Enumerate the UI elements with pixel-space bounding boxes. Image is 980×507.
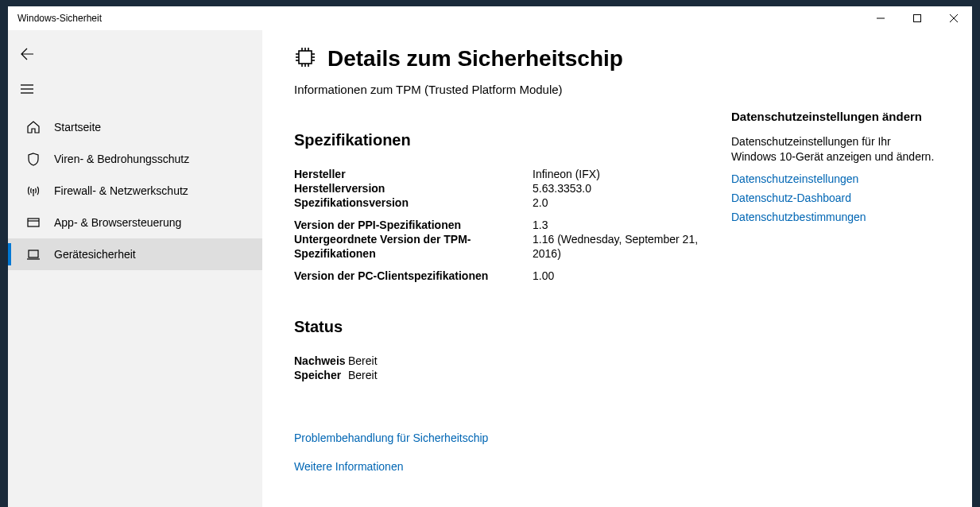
home-icon	[25, 119, 41, 135]
sidebar: Startseite Viren- & Bedrohungsschutz Fir…	[8, 30, 262, 507]
sidebar-item-label: Viren- & Bedrohungsschutz	[54, 153, 189, 165]
hamburger-icon	[21, 83, 33, 95]
nav-list: Startseite Viren- & Bedrohungsschutz Fir…	[8, 111, 262, 270]
antenna-icon	[25, 183, 41, 199]
sidebar-item-label: Gerätesicherheit	[54, 248, 136, 261]
shield-icon	[25, 151, 41, 167]
page-subtitle: Informationen zum TPM (Trusted Platform …	[294, 83, 715, 96]
spec-key: Version der PPI-Spezifikationen	[294, 218, 533, 232]
minimize-button[interactable]	[862, 6, 899, 30]
spec-key: Spezifikationsversion	[294, 195, 533, 210]
maximize-button[interactable]	[899, 6, 935, 30]
privacy-settings-link[interactable]: Datenschutzeinstellungen	[731, 172, 938, 185]
spec-val: 2.0	[533, 195, 548, 210]
sidebar-item-appcontrol[interactable]: App- & Browsersteuerung	[8, 207, 262, 238]
status-row: NachweisBereit	[294, 354, 715, 368]
spec-row: Herstellerversion5.63.3353.0	[294, 181, 715, 195]
spec-val: 5.63.3353.0	[533, 181, 591, 195]
sidebar-item-label: App- & Browsersteuerung	[54, 216, 181, 229]
svg-rect-8	[28, 219, 39, 226]
spec-row: Version der PC-Clientspezifikationen1.00	[294, 269, 715, 283]
svg-rect-12	[299, 51, 312, 64]
status-val: Bereit	[348, 354, 378, 368]
status-heading: Status	[294, 318, 715, 336]
specs-table: HerstellerInfineon (IFX) Herstellerversi…	[294, 167, 715, 283]
app-browser-icon	[25, 215, 41, 230]
privacy-policy-link[interactable]: Datenschutzbestimmungen	[731, 211, 938, 223]
close-icon	[950, 14, 958, 22]
hamburger-button[interactable]	[11, 75, 43, 103]
window-title: Windows-Sicherheit	[17, 13, 102, 24]
spec-key: Herstellerversion	[294, 181, 533, 195]
aside-desc: Datenschutzeinstellungen für Ihr Windows…	[731, 134, 938, 164]
aside-heading: Datenschutzeinstellungen ändern	[731, 110, 938, 123]
spec-val: 1.16 (Wednesday, September 21, 2016)	[533, 232, 715, 261]
status-val: Bereit	[348, 368, 378, 382]
privacy-dashboard-link[interactable]: Datenschutz-Dashboard	[731, 192, 938, 204]
aside-links: Datenschutzeinstellungen Datenschutz-Das…	[731, 172, 938, 223]
window-controls	[862, 6, 972, 30]
main-panel: Details zum Sicherheitschip Informatione…	[262, 30, 972, 507]
status-row: SpeicherBereit	[294, 368, 715, 382]
spec-val: 1.00	[533, 269, 554, 283]
spec-key: Untergeordnete Version der TPM-Spezifika…	[294, 232, 533, 261]
spec-val: 1.3	[533, 218, 548, 232]
spec-key: Version der PC-Clientspezifikationen	[294, 269, 533, 283]
spec-row: Untergeordnete Version der TPM-Spezifika…	[294, 232, 715, 261]
page-title: Details zum Sicherheitschip	[327, 46, 623, 72]
svg-point-7	[33, 189, 34, 191]
main-column: Details zum Sicherheitschip Informatione…	[294, 46, 715, 507]
titlebar: Windows-Sicherheit	[8, 6, 972, 30]
close-button[interactable]	[935, 6, 972, 30]
chip-icon	[294, 46, 316, 72]
sidebar-item-virus[interactable]: Viren- & Bedrohungsschutz	[8, 143, 262, 175]
back-arrow-icon	[21, 48, 33, 60]
sidebar-item-devicesecurity[interactable]: Gerätesicherheit	[8, 238, 262, 270]
svg-rect-10	[29, 250, 38, 257]
content-area: Startseite Viren- & Bedrohungsschutz Fir…	[8, 30, 972, 507]
specs-heading: Spezifikationen	[294, 131, 715, 149]
sidebar-item-label: Firewall- & Netzwerkschutz	[54, 184, 188, 197]
spec-val: Infineon (IFX)	[533, 167, 600, 181]
more-info-link[interactable]: Weitere Informationen	[294, 460, 715, 473]
aside-column: Datenschutzeinstellungen ändern Datensch…	[731, 46, 938, 507]
troubleshoot-link[interactable]: Problembehandlung für Sicherheitschip	[294, 432, 715, 444]
app-window: Windows-Sicherheit	[8, 6, 972, 507]
spec-key: Hersteller	[294, 167, 533, 181]
page-header: Details zum Sicherheitschip	[294, 46, 715, 72]
sidebar-item-home[interactable]: Startseite	[8, 111, 262, 143]
minimize-icon	[877, 14, 885, 22]
svg-rect-1	[914, 15, 921, 22]
maximize-icon	[913, 14, 921, 22]
status-key: Nachweis	[294, 354, 348, 368]
spec-row: Version der PPI-Spezifikationen1.3	[294, 218, 715, 232]
status-key: Speicher	[294, 368, 348, 382]
back-button[interactable]	[11, 40, 43, 68]
sidebar-item-label: Startseite	[54, 121, 101, 134]
device-security-icon	[25, 246, 41, 262]
spec-row: Spezifikationsversion2.0	[294, 195, 715, 210]
main-links: Problembehandlung für Sicherheitschip We…	[294, 432, 715, 473]
sidebar-item-firewall[interactable]: Firewall- & Netzwerkschutz	[8, 175, 262, 207]
spec-row: HerstellerInfineon (IFX)	[294, 167, 715, 181]
status-table: NachweisBereit SpeicherBereit	[294, 354, 715, 382]
